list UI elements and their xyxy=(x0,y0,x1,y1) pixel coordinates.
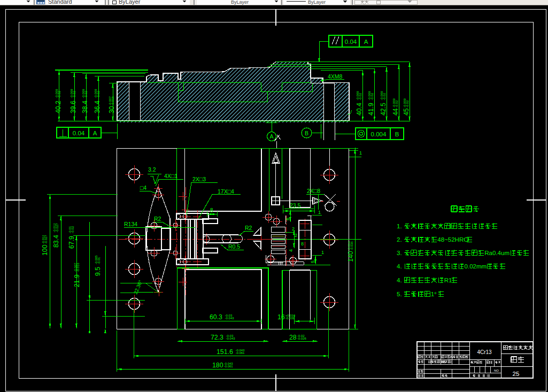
svg-text:6: 6 xyxy=(285,218,290,220)
svg-text:36.4: 36.4 xyxy=(94,101,101,113)
svg-text:-0.02: -0.02 xyxy=(58,90,61,98)
svg-text:38.4: 38.4 xyxy=(81,101,89,113)
svg-text:60.3: 60.3 xyxy=(210,313,222,321)
svg-text:2X□3: 2X□3 xyxy=(192,176,206,182)
svg-text:25: 25 xyxy=(513,371,520,377)
svg-text:-0.01: -0.01 xyxy=(97,257,101,264)
svg-text:ByLayer: ByLayer xyxy=(119,0,141,5)
svg-text:0.04: 0.04 xyxy=(345,39,357,45)
svg-text:23.5: 23.5 xyxy=(290,202,301,209)
svg-text:9.5: 9.5 xyxy=(94,267,102,276)
svg-text:5: 5 xyxy=(310,260,315,263)
svg-text:A: A xyxy=(364,39,368,45)
svg-text:-0.02: -0.02 xyxy=(383,93,386,100)
svg-text:40.2: 40.2 xyxy=(55,101,62,113)
svg-text:A: A xyxy=(269,133,273,140)
svg-text:42.5: 42.5 xyxy=(380,103,387,116)
svg-text:2X□8: 2X□8 xyxy=(307,188,320,194)
svg-text:16: 16 xyxy=(277,313,285,321)
svg-text:0.04: 0.04 xyxy=(73,130,85,136)
svg-text:R1: R1 xyxy=(444,277,452,283)
svg-text:4.: 4. xyxy=(397,277,402,283)
svg-text:28: 28 xyxy=(289,334,297,341)
svg-text:39.6: 39.6 xyxy=(70,101,77,113)
svg-text:1.: 1. xyxy=(397,223,402,229)
svg-text:-0.02: -0.02 xyxy=(371,93,374,100)
svg-text:1°: 1° xyxy=(431,291,437,297)
svg-text:4: 4 xyxy=(288,249,294,252)
svg-text:-0.043: -0.043 xyxy=(226,337,236,340)
svg-text:0.02mm: 0.02mm xyxy=(465,263,487,270)
svg-text:8: 8 xyxy=(301,241,304,247)
svg-text:151.6: 151.6 xyxy=(217,348,233,356)
svg-text:1: 1 xyxy=(318,210,321,215)
svg-text:2: 2 xyxy=(295,233,297,238)
svg-text:21.9: 21.9 xyxy=(73,274,81,287)
svg-text:Standard: Standard xyxy=(48,0,72,5)
svg-text:R0.5: R0.5 xyxy=(228,243,240,250)
svg-text:-0.027: -0.027 xyxy=(44,235,48,244)
svg-text:4X□1: 4X□1 xyxy=(164,173,177,179)
svg-text:17X□4: 17X□4 xyxy=(218,188,234,195)
svg-text:4Cr13: 4Cr13 xyxy=(477,349,492,355)
svg-text:1: 1 xyxy=(321,250,324,255)
svg-text:72.3: 72.3 xyxy=(211,334,223,341)
svg-text:-0.039: -0.039 xyxy=(285,317,295,320)
svg-text:B: B xyxy=(395,131,399,137)
svg-text:1: 1 xyxy=(359,150,362,156)
svg-text:Ra0.4um: Ra0.4um xyxy=(484,250,510,256)
svg-text:A: A xyxy=(93,130,97,136)
svg-text:R2: R2 xyxy=(245,225,252,231)
svg-text:-0.02: -0.02 xyxy=(395,100,398,107)
svg-text:-0.026: -0.026 xyxy=(297,337,307,340)
svg-text:□4: □4 xyxy=(140,185,146,191)
svg-text:48~52HRC: 48~52HRC xyxy=(437,236,468,243)
svg-text:-0.02: -0.02 xyxy=(71,226,74,233)
svg-text:NO: NO xyxy=(494,369,499,372)
svg-text:ByLayer: ByLayer xyxy=(231,0,249,5)
svg-text:41.9: 41.9 xyxy=(367,103,375,116)
svg-text:-0.061: -0.061 xyxy=(224,365,234,368)
svg-text:R134: R134 xyxy=(124,221,137,227)
svg-text:0.004: 0.004 xyxy=(371,131,387,137)
svg-text:30: 30 xyxy=(108,106,115,113)
svg-text:-0.036: -0.036 xyxy=(350,241,353,251)
svg-text:67.9: 67.9 xyxy=(68,236,75,249)
svg-text:B: B xyxy=(305,130,308,136)
svg-text:5.: 5. xyxy=(397,291,402,297)
svg-text:-0.016: -0.016 xyxy=(76,263,80,272)
svg-text:2.: 2. xyxy=(397,236,402,243)
svg-text:-0.02: -0.02 xyxy=(73,90,76,98)
svg-text:-0.016: -0.016 xyxy=(111,96,114,106)
svg-text:-0.02: -0.02 xyxy=(97,90,100,98)
svg-text:-0.027: -0.027 xyxy=(56,223,59,233)
svg-text:180: 180 xyxy=(212,362,223,369)
svg-text:3.2: 3.2 xyxy=(148,166,156,173)
svg-text:44: 44 xyxy=(392,108,399,116)
svg-text:-0.02: -0.02 xyxy=(84,90,88,98)
svg-text:3.: 3. xyxy=(397,250,402,256)
svg-text:140: 140 xyxy=(347,251,354,262)
svg-text:4XM8: 4XM8 xyxy=(328,73,343,80)
svg-text:R2: R2 xyxy=(154,216,161,222)
svg-text:-0.02: -0.02 xyxy=(406,100,409,107)
svg-text:-0.061: -0.061 xyxy=(235,351,245,355)
svg-text:-0.043: -0.043 xyxy=(225,317,235,320)
svg-text:-0.02: -0.02 xyxy=(359,93,362,100)
svg-text:100: 100 xyxy=(41,244,49,256)
svg-text:83.4: 83.4 xyxy=(52,235,60,248)
svg-text:8: 8 xyxy=(210,207,213,213)
svg-text:40.4: 40.4 xyxy=(356,103,363,116)
svg-text:4.: 4. xyxy=(397,263,402,270)
svg-text:45: 45 xyxy=(403,108,410,116)
svg-text:ByLayer: ByLayer xyxy=(308,0,326,5)
